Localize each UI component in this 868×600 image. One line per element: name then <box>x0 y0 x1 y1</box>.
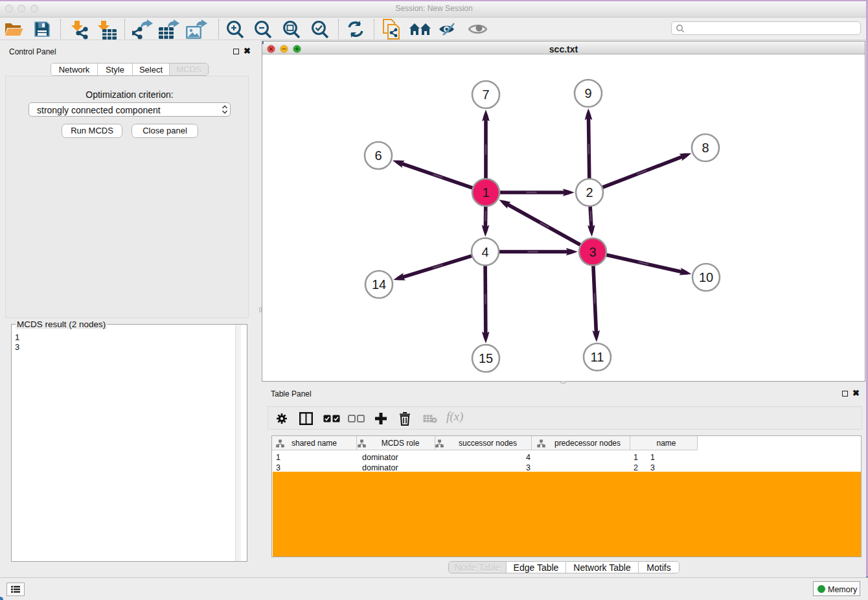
svg-text:14: 14 <box>372 277 386 292</box>
svg-text:1: 1 <box>482 185 489 200</box>
svg-text:10: 10 <box>699 270 713 284</box>
svg-text:8: 8 <box>702 141 709 155</box>
svg-text:3: 3 <box>589 245 596 259</box>
svg-text:15: 15 <box>479 351 493 365</box>
svg-text:9: 9 <box>584 86 591 100</box>
svg-text:2: 2 <box>586 185 593 200</box>
svg-text:6: 6 <box>374 148 382 163</box>
svg-text:11: 11 <box>591 350 604 364</box>
svg-text:7: 7 <box>482 87 489 102</box>
svg-text:4: 4 <box>481 245 488 259</box>
